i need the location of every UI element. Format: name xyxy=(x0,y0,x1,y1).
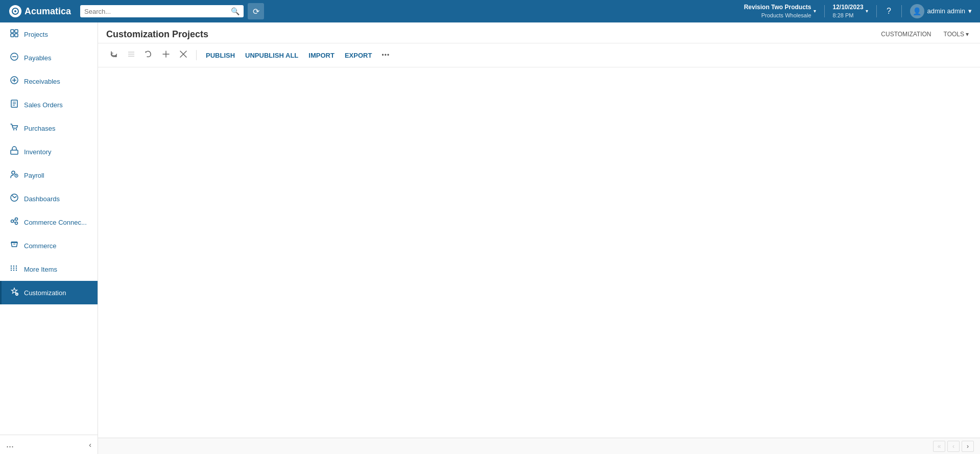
import-button[interactable]: IMPORT xyxy=(304,50,339,61)
sidebar-item-customization[interactable]: Customization xyxy=(0,281,98,304)
more-options-icon: ••• xyxy=(382,52,390,59)
sidebar-item-projects[interactable]: Projects xyxy=(0,22,98,46)
sidebar-collapse-icon: ‹ xyxy=(89,441,91,449)
svg-point-36 xyxy=(16,268,17,269)
top-navigation-bar: Acumatica 🔍 ⟳ Revision Two Products Prod… xyxy=(0,0,980,22)
sidebar-collapse-button[interactable]: ‹ xyxy=(89,441,91,449)
refresh-button[interactable] xyxy=(106,47,122,63)
svg-point-18 xyxy=(12,171,15,174)
inventory-label: Inventory xyxy=(24,148,51,156)
sidebar-item-receivables[interactable]: Receivables xyxy=(0,69,98,93)
sales-orders-label: Sales Orders xyxy=(24,101,63,109)
history-button[interactable]: ⟳ xyxy=(248,3,264,19)
publish-button[interactable]: PUBLISH xyxy=(202,50,239,61)
toolbar: PUBLISH UNPUBLISH ALL IMPORT EXPORT ••• xyxy=(98,43,980,67)
prev-page-button[interactable]: ‹ xyxy=(947,441,960,452)
commerce-icon xyxy=(10,240,19,251)
app-logo: Acumatica xyxy=(4,5,76,17)
first-page-button[interactable]: « xyxy=(933,441,945,452)
add-icon xyxy=(162,50,170,60)
pagination-controls: « ‹ › xyxy=(933,441,974,452)
tools-chevron-icon: ▾ xyxy=(966,31,969,38)
svg-rect-3 xyxy=(15,30,18,33)
undo-icon xyxy=(145,50,153,60)
sidebar-item-inventory[interactable]: Inventory xyxy=(0,140,98,163)
svg-point-34 xyxy=(13,270,14,271)
customization-label: Customization xyxy=(24,289,66,297)
delete-button[interactable] xyxy=(176,47,191,63)
datetime-selector[interactable]: 12/10/2023 8:28 PM ▾ xyxy=(829,2,872,21)
svg-point-25 xyxy=(15,222,18,225)
sidebar-item-payroll[interactable]: Payroll xyxy=(0,163,98,187)
sidebar-item-commerce[interactable]: Commerce xyxy=(0,234,98,257)
unpublish-all-button[interactable]: UNPUBLISH ALL xyxy=(241,50,302,61)
date-text: 12/10/2023 xyxy=(833,4,864,12)
search-input[interactable] xyxy=(84,8,228,15)
svg-rect-5 xyxy=(15,34,18,37)
toolbar-separator xyxy=(196,50,197,60)
svg-line-26 xyxy=(14,220,15,221)
help-icon: ? xyxy=(887,7,891,16)
sidebar-item-dashboards[interactable]: Dashboards xyxy=(0,187,98,210)
help-button[interactable]: ? xyxy=(881,3,897,19)
receivables-label: Receivables xyxy=(24,78,60,85)
top-bar-right-section: Revision Two Products Products Wholesale… xyxy=(740,2,976,21)
payroll-icon xyxy=(10,170,19,181)
first-page-icon: « xyxy=(938,443,941,450)
more-items-label: More Items xyxy=(24,266,57,273)
add-button[interactable] xyxy=(158,47,174,63)
list-icon xyxy=(127,50,135,60)
user-chevron-icon: ▾ xyxy=(968,7,972,15)
svg-point-15 xyxy=(13,129,14,130)
customization-header-button[interactable]: CUSTOMIZATION xyxy=(878,29,934,40)
divider2 xyxy=(876,5,877,17)
more-options-button[interactable]: ••• xyxy=(378,47,393,63)
branch-selector[interactable]: Revision Two Products Products Wholesale… xyxy=(740,2,820,21)
sidebar-more-button[interactable]: ... xyxy=(6,439,14,450)
svg-point-37 xyxy=(16,270,17,271)
sidebar-item-purchases[interactable]: Purchases xyxy=(0,116,98,140)
sidebar-more-icon: ... xyxy=(6,439,14,450)
more-items-icon xyxy=(10,264,19,275)
svg-point-29 xyxy=(11,266,12,267)
user-menu-button[interactable]: 👤 admin admin ▾ xyxy=(906,2,976,20)
svg-line-27 xyxy=(14,222,15,223)
sidebar-bottom: ... ‹ xyxy=(0,435,98,454)
page-title: Customization Projects xyxy=(106,29,208,40)
export-button[interactable]: EXPORT xyxy=(341,50,376,61)
projects-label: Projects xyxy=(24,31,48,38)
projects-icon xyxy=(10,29,19,40)
sidebar-item-payables[interactable]: Payables xyxy=(0,46,98,69)
payables-icon xyxy=(10,52,19,63)
branch-sub: Products Wholesale xyxy=(744,12,811,19)
main-content-area xyxy=(98,67,980,438)
purchases-label: Purchases xyxy=(24,125,55,132)
page-header: Customization Projects CUSTOMIZATION TOO… xyxy=(98,22,980,43)
receivables-icon xyxy=(10,76,19,87)
svg-point-35 xyxy=(16,266,17,267)
tools-label: TOOLS xyxy=(944,31,964,38)
user-name: admin admin xyxy=(927,7,965,15)
next-page-button[interactable]: › xyxy=(962,441,974,452)
svg-point-32 xyxy=(13,266,14,267)
sidebar-item-more-items[interactable]: More Items xyxy=(0,257,98,281)
undo-button[interactable] xyxy=(141,47,156,63)
datetime-info: 12/10/2023 8:28 PM xyxy=(833,4,864,19)
commerce-connect-icon xyxy=(10,217,19,228)
logo-icon xyxy=(9,5,21,17)
prev-page-icon: ‹ xyxy=(952,443,954,450)
sidebar: Projects Payables Receivables Sales Orde… xyxy=(0,22,98,454)
tools-header-button[interactable]: TOOLS ▾ xyxy=(941,29,972,40)
branch-chevron-icon: ▾ xyxy=(814,8,816,14)
svg-rect-17 xyxy=(11,150,18,154)
branch-info: Revision Two Products Products Wholesale xyxy=(744,4,811,19)
payables-label: Payables xyxy=(24,54,51,62)
history-icon: ⟳ xyxy=(253,7,259,16)
sales-orders-icon xyxy=(10,99,19,110)
sidebar-item-commerce-connect[interactable]: Commerce Connec... xyxy=(0,210,98,234)
dashboards-icon xyxy=(10,193,19,204)
list-view-button[interactable] xyxy=(124,47,139,63)
datetime-chevron-icon: ▾ xyxy=(866,8,868,14)
bottom-bar: « ‹ › xyxy=(98,438,980,454)
sidebar-item-sales-orders[interactable]: Sales Orders xyxy=(0,93,98,116)
